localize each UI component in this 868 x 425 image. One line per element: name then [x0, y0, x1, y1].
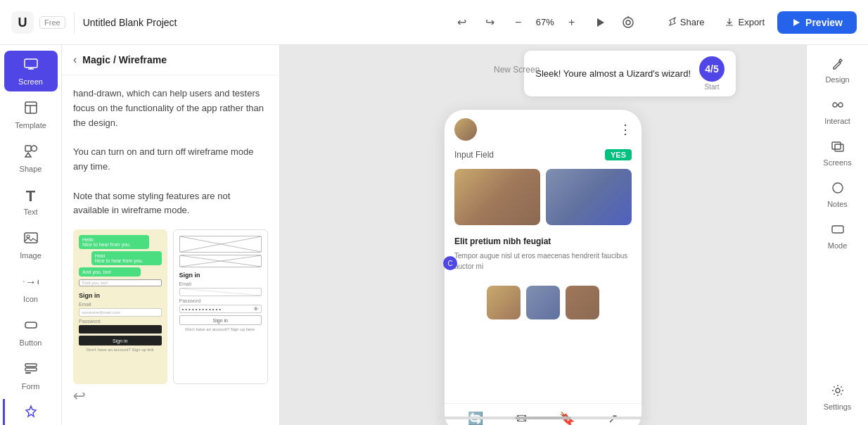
svg-point-4 [626, 20, 630, 25]
svg-marker-2 [597, 18, 604, 27]
wireframe-signin-btn: Sign in [179, 315, 262, 325]
notes-label: Notes [827, 200, 848, 208]
svg-rect-21 [25, 368, 37, 371]
phone-top-bar: ⋮ [445, 110, 642, 146]
design-label: Design [825, 75, 849, 84]
sidebar-item-form[interactable]: Form [4, 355, 58, 396]
undo-button[interactable]: ↩ [451, 11, 473, 34]
right-sidebar-item-settings[interactable]: Settings [811, 378, 864, 417]
sidebar-item-image[interactable]: Image [4, 224, 58, 265]
phone-nav-bar: 🔄 ✉ 🔖 ↗ [445, 403, 642, 425]
sidebar-item-shape[interactable]: Shape [4, 138, 58, 179]
sidebar-item-screen[interactable]: Screen [4, 51, 58, 91]
topbar-right-actions: Share Export Preview [659, 11, 857, 34]
share-button[interactable]: Share [659, 13, 712, 32]
sidebar-label-icon: Icon [23, 295, 38, 303]
divider [74, 12, 75, 33]
zoom-out-button[interactable]: − [507, 11, 530, 34]
svg-point-14 [31, 146, 37, 151]
play-button[interactable] [589, 11, 611, 34]
phone-thumb-2 [526, 286, 560, 319]
wireframe-preview-cards: HelloNice to hear from you. HoldNice to … [73, 229, 268, 384]
phone-menu-dots[interactable]: ⋮ [619, 122, 632, 137]
right-sidebar-item-design[interactable]: Design [811, 51, 864, 89]
panel-breadcrumb: Magic / Wireframe [82, 54, 167, 65]
logo-area: U Free [11, 11, 65, 34]
right-sidebar-item-screens[interactable]: Screens [811, 134, 864, 172]
free-badge: Free [39, 16, 65, 29]
progress-message: Sleek! Youre almost a Uizard's wizard! [535, 68, 691, 79]
progress-banner: Sleek! Youre almost a Uizard's wizard! 4… [524, 51, 736, 96]
canvas-scrollbar[interactable] [438, 417, 649, 419]
svg-rect-16 [25, 233, 37, 243]
interact-icon [831, 98, 845, 115]
panel-header: ‹ Magic / Wireframe [62, 45, 279, 75]
canvas-area[interactable]: Sleek! Youre almost a Uizard's wizard! 4… [280, 45, 806, 425]
text-icon: T [26, 187, 35, 205]
svg-rect-19 [25, 322, 37, 328]
right-sidebar-item-interact[interactable]: Interact [811, 92, 864, 131]
progress-start-label: Start [704, 83, 719, 91]
wireframe-password: •••••••••••• 👁 [179, 305, 262, 313]
export-button[interactable]: Export [717, 13, 772, 32]
svg-rect-13 [25, 146, 31, 151]
svg-rect-7 [25, 59, 37, 68]
phone-frame[interactable]: ⋮ Input Field YES Elit pretium nibh feug… [445, 110, 642, 425]
zoom-in-button[interactable]: + [561, 11, 583, 34]
swirl-arrow-icon: ↪ [73, 387, 86, 405]
right-sidebar: Design Interact Screens Notes Mode [806, 45, 868, 425]
scrollbar-thumb[interactable] [515, 417, 571, 419]
top-bar: U Free Untitled Blank Project ↩ ↪ − 67% … [0, 0, 868, 45]
wireframe-signup-link: Don't have an account? Sign up here. [179, 327, 262, 331]
sidebar-label-image: Image [20, 251, 42, 260]
phone-thumb-row [445, 277, 642, 328]
panel-body: hand-drawn, which can help users and tes… [62, 75, 279, 417]
settings-icon [831, 383, 845, 400]
button-icon [23, 317, 39, 336]
sidebar-label-shape: Shape [20, 165, 42, 173]
svg-point-33 [833, 183, 843, 193]
sidebar-item-text[interactable]: T Text [4, 182, 58, 222]
template-icon [23, 100, 39, 119]
find-input: Find you, too! [79, 279, 162, 286]
svg-marker-6 [793, 19, 800, 26]
chat-bubble-hold: HoldNice to hear from you. [91, 251, 162, 265]
input-field-label: Input Field [454, 150, 494, 160]
progress-badge: 4/5 [699, 56, 725, 82]
panel-back-button[interactable]: ‹ [73, 53, 77, 66]
right-sidebar-item-notes[interactable]: Notes [811, 175, 864, 214]
preview-label: Preview [805, 17, 843, 28]
magic-icon [23, 405, 39, 424]
zoom-level[interactable]: 67% [532, 17, 558, 27]
interact-label: Interact [824, 117, 850, 125]
sidebar-item-template[interactable]: Template [4, 94, 58, 135]
preview-button[interactable]: Preview [777, 11, 857, 34]
screens-icon [831, 139, 845, 156]
chat-bubble-hello: HelloNice to hear from you. [79, 235, 149, 249]
phone-image-1 [454, 169, 540, 225]
wireframe-signin: Sign in Email Password •••••••••••• 👁 Si… [179, 272, 262, 331]
normal-preview-card: HelloNice to hear from you. HoldNice to … [73, 229, 167, 384]
sidebar-item-magic[interactable]: Magic [3, 399, 56, 425]
right-sidebar-item-mode[interactable]: Mode [811, 217, 864, 255]
svg-marker-15 [25, 153, 31, 157]
icon-icon: ✦→⊕ [23, 274, 39, 293]
zoom-control: − 67% + [507, 11, 583, 34]
project-title[interactable]: Untitled Blank Project [83, 17, 442, 28]
yes-badge[interactable]: YES [605, 149, 632, 160]
phone-body: Tempor augue nisl ut eros maecenas hendr… [454, 250, 632, 272]
share-label: Share [680, 17, 705, 27]
svg-rect-22 [25, 372, 31, 374]
phone-text-section: Elit pretium nibh feugiat Tempor augue n… [445, 231, 642, 277]
redo-button[interactable]: ↪ [479, 11, 502, 34]
sidebar-item-icon[interactable]: ✦→⊕ Icon [4, 268, 58, 309]
phone-input-row: Input Field YES [445, 146, 642, 166]
export-label: Export [738, 17, 765, 27]
mode-icon [831, 222, 845, 239]
svg-rect-34 [832, 226, 843, 233]
sidebar-item-button[interactable]: Button [4, 312, 58, 353]
settings-label: Settings [824, 402, 852, 411]
target-button[interactable] [617, 11, 639, 34]
sidebar-label-form: Form [22, 382, 40, 391]
phone-thumb-1 [487, 286, 521, 319]
